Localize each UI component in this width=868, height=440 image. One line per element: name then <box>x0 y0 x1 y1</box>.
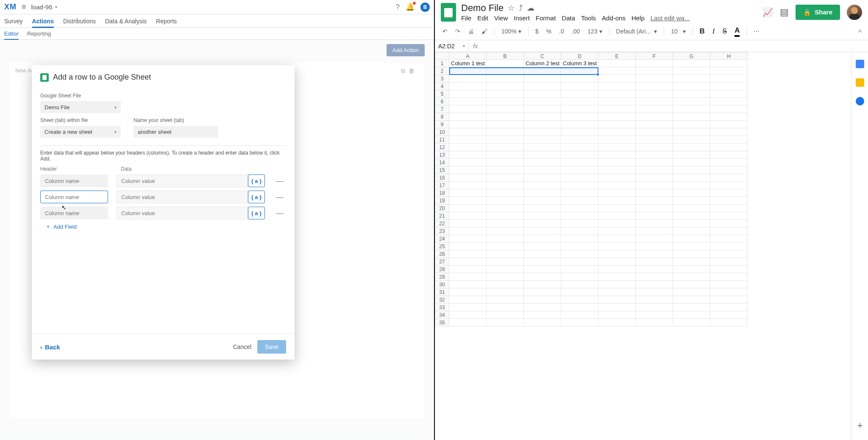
header-input[interactable] <box>40 207 108 219</box>
doc-title[interactable]: Demo File <box>461 3 504 14</box>
cell-C34[interactable] <box>524 311 561 319</box>
cell-B33[interactable] <box>487 304 524 311</box>
tab-reports[interactable]: Reports <box>156 14 177 28</box>
cloud-icon[interactable]: ☁ <box>527 3 534 13</box>
cell-F26[interactable] <box>636 250 673 258</box>
cell-B30[interactable] <box>487 281 524 288</box>
cell-F29[interactable] <box>636 273 673 281</box>
cell-B31[interactable] <box>487 288 524 296</box>
cell-E6[interactable] <box>598 98 636 105</box>
explore-trend-icon[interactable]: 📈 <box>762 7 773 17</box>
sheet-tab-select[interactable]: Create a new sheet ▾ <box>40 126 121 138</box>
cell-A34[interactable] <box>449 311 487 319</box>
cell-B4[interactable] <box>487 83 524 90</box>
row-header-3[interactable]: 3 <box>435 75 449 83</box>
cell-E10[interactable] <box>598 128 636 136</box>
cell-F15[interactable] <box>636 166 673 174</box>
calendar-icon[interactable] <box>856 60 864 68</box>
add-field-button[interactable]: ＋ Add Field <box>45 223 286 230</box>
remove-row-icon[interactable]: — <box>276 177 284 185</box>
cell-C35[interactable] <box>524 319 561 327</box>
cell-G30[interactable] <box>673 281 710 288</box>
col-header-A[interactable]: A <box>449 52 487 60</box>
cell-H6[interactable] <box>710 98 748 105</box>
cell-A29[interactable] <box>449 273 487 281</box>
cell-H8[interactable] <box>710 113 748 121</box>
undo-button[interactable]: ↶ <box>440 26 450 36</box>
cell-A31[interactable] <box>449 288 487 296</box>
cell-G13[interactable] <box>673 151 710 159</box>
remove-row-icon[interactable]: — <box>276 209 284 217</box>
cell-B34[interactable] <box>487 311 524 319</box>
cell-E35[interactable] <box>598 319 636 327</box>
cell-B8[interactable] <box>487 113 524 121</box>
cell-D20[interactable] <box>561 205 598 212</box>
cell-F28[interactable] <box>636 266 673 273</box>
row-header-33[interactable]: 33 <box>435 304 449 311</box>
cell-E15[interactable] <box>598 166 636 174</box>
help-icon[interactable]: ? <box>396 3 400 11</box>
move-icon[interactable]: ⤴ <box>519 4 523 13</box>
cell-F6[interactable] <box>636 98 673 105</box>
cell-E24[interactable] <box>598 235 636 243</box>
cell-H35[interactable] <box>710 319 748 327</box>
cell-B14[interactable] <box>487 159 524 166</box>
cell-D9[interactable] <box>561 121 598 128</box>
tab-data-analysis[interactable]: Data & Analysis <box>105 14 147 28</box>
spreadsheet-grid[interactable]: ABCDEFGH1Column 1 testColumn 2 testColum… <box>435 52 851 440</box>
subtab-reporting[interactable]: Reporting <box>27 28 51 39</box>
menu-help[interactable]: Help <box>632 14 645 22</box>
cell-G11[interactable] <box>673 136 710 144</box>
cell-A17[interactable] <box>449 182 487 189</box>
cell-D7[interactable] <box>561 105 598 113</box>
name-box[interactable]: A2:D2 ▾ <box>435 40 469 52</box>
row-header-16[interactable]: 16 <box>435 174 449 182</box>
cell-H19[interactable] <box>710 197 748 205</box>
col-header-E[interactable]: E <box>598 52 636 60</box>
cell-C30[interactable] <box>524 281 561 288</box>
cell-B5[interactable] <box>487 90 524 98</box>
cell-B13[interactable] <box>487 151 524 159</box>
cell-A23[interactable] <box>449 227 487 235</box>
cell-H13[interactable] <box>710 151 748 159</box>
cell-H25[interactable] <box>710 243 748 250</box>
cell-B22[interactable] <box>487 220 524 227</box>
menu-data[interactable]: Data <box>562 14 575 22</box>
insert-variable-button[interactable]: { a } <box>248 191 265 203</box>
cell-F13[interactable] <box>636 151 673 159</box>
cell-G18[interactable] <box>673 189 710 197</box>
row-header-6[interactable]: 6 <box>435 98 449 105</box>
menu-insert[interactable]: Insert <box>514 14 530 22</box>
cell-A18[interactable] <box>449 189 487 197</box>
cell-C8[interactable] <box>524 113 561 121</box>
value-input[interactable] <box>117 191 248 203</box>
cell-G33[interactable] <box>673 304 710 311</box>
cell-E8[interactable] <box>598 113 636 121</box>
cell-B7[interactable] <box>487 105 524 113</box>
cell-D32[interactable] <box>561 296 598 304</box>
row-header-15[interactable]: 15 <box>435 166 449 174</box>
cell-D1[interactable]: Column 3 test <box>561 60 598 67</box>
row-header-28[interactable]: 28 <box>435 266 449 273</box>
row-header-17[interactable]: 17 <box>435 182 449 189</box>
menu-tools[interactable]: Tools <box>581 14 596 22</box>
cell-C9[interactable] <box>524 121 561 128</box>
cell-G1[interactable] <box>673 60 710 67</box>
menu-format[interactable]: Format <box>536 14 556 22</box>
row-header-31[interactable]: 31 <box>435 288 449 296</box>
cell-C29[interactable] <box>524 273 561 281</box>
cell-A4[interactable] <box>449 83 487 90</box>
col-header-D[interactable]: D <box>561 52 598 60</box>
col-header-F[interactable]: F <box>636 52 673 60</box>
row-header-7[interactable]: 7 <box>435 105 449 113</box>
cell-E4[interactable] <box>598 83 636 90</box>
formula-input[interactable] <box>482 40 868 52</box>
value-input[interactable] <box>117 174 248 187</box>
cell-G24[interactable] <box>673 235 710 243</box>
cell-B12[interactable] <box>487 144 524 151</box>
cell-G26[interactable] <box>673 250 710 258</box>
cell-C25[interactable] <box>524 243 561 250</box>
cell-H10[interactable] <box>710 128 748 136</box>
col-header-C[interactable]: C <box>524 52 561 60</box>
tab-actions[interactable]: Actions <box>32 14 54 28</box>
